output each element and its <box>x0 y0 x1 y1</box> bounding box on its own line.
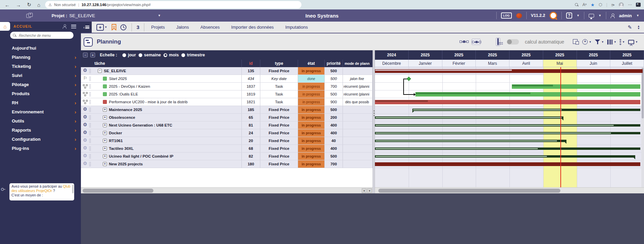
table-row[interactable]: 2025 - DevOps / Kaizen1837Taskin progres… <box>81 83 373 90</box>
table-row[interactable]: ⚙+RT106120Fixed Pricein progress40 <box>81 137 373 145</box>
sidebar-item-suivi[interactable]: Suivi› <box>0 71 81 80</box>
auto-calc-toggle[interactable] <box>507 39 519 45</box>
scale-option-semaine[interactable]: semaine <box>139 53 161 57</box>
gantt-links-view-icon[interactable] <box>460 39 468 45</box>
row-grip-icon[interactable] <box>89 76 91 81</box>
chat-scrollbar[interactable] <box>72 185 74 193</box>
sidebar-item-rapports[interactable]: Rapports› <box>0 126 81 135</box>
options-caret-icon[interactable]: ▼ <box>622 40 625 44</box>
task-name-cell[interactable]: ⚙+RT1061 <box>81 137 242 144</box>
task-name-cell[interactable]: ⚙+Ucineo Rail light / POC Combiné IP <box>81 153 242 160</box>
tab-imputations[interactable]: Imputations <box>285 25 308 30</box>
row-expander-button[interactable]: − <box>98 69 102 73</box>
row-grip-icon[interactable] <box>89 100 91 105</box>
task-name-cell[interactable]: ⚙+New 2025 projects <box>81 160 242 168</box>
row-grip-icon[interactable] <box>89 146 91 151</box>
sidebar-item-outils[interactable]: Outils› <box>0 116 81 126</box>
table-row[interactable]: ⚙+New 2025 projects180Fixed Pricein prog… <box>81 160 373 168</box>
row-expander-button[interactable]: + <box>103 123 107 127</box>
table-row[interactable]: ⚙+Ucineo Rail light / POC Combiné IP82Fi… <box>81 153 373 160</box>
community-message-bubble[interactable]: Avez-vous pensé à participer au Qlub des… <box>9 183 74 200</box>
task-name-cell[interactable]: ⚐Start 2025 <box>81 75 242 82</box>
row-grip-icon[interactable] <box>89 107 91 112</box>
gantt-hscrollbar[interactable] <box>375 187 644 193</box>
gantt-bar-summary[interactable] <box>375 124 640 127</box>
gantt-links-view-active-icon[interactable] <box>472 39 480 45</box>
gantt-bar-project[interactable] <box>375 69 643 73</box>
gantt-bar-task[interactable] <box>415 92 640 97</box>
sidebar-item-rh[interactable]: RH› <box>0 98 81 107</box>
task-list-hscroll-thumb[interactable] <box>83 189 153 193</box>
table-row[interactable]: Performance UC200 - mise à jour de la di… <box>81 98 373 106</box>
row-grip-icon[interactable] <box>89 154 91 159</box>
edit-pencil-icon[interactable]: ✎ <box>628 24 632 30</box>
row-expander-button[interactable]: + <box>103 162 107 166</box>
sidebar-user-icon[interactable] <box>63 24 66 28</box>
menu-search-box[interactable] <box>10 32 74 39</box>
project-caret-icon[interactable]: ▼ <box>158 14 161 17</box>
sidebar-item-ticketing[interactable]: Ticketing› <box>0 62 81 71</box>
filter-button[interactable]: ▼ <box>595 39 604 44</box>
tab-projets[interactable]: Projets <box>151 25 165 30</box>
help-caret-icon[interactable]: ▼ <box>577 14 580 17</box>
columns-caret-icon[interactable]: ▼ <box>614 40 616 44</box>
panel-expand-right-button[interactable]: ▾ <box>367 188 372 193</box>
task-name-cell[interactable]: ⚙+Next Ucineo Generation : U68 ETC <box>81 121 242 129</box>
browser-back-icon[interactable]: ← <box>5 2 10 8</box>
table-row[interactable]: ⚙+Next Ucineo Generation : U68 ETC81Fixe… <box>81 121 373 129</box>
table-row[interactable]: ⚙+Tactileo 30XL68Fixed Pricein progress4… <box>81 145 373 153</box>
table-row[interactable]: ⚐Start 2025434Key datedone500jalon fixe <box>81 75 373 83</box>
extensions-icon[interactable]: ⬡ <box>598 2 602 7</box>
gantt-chart-grid[interactable] <box>375 67 644 187</box>
browser-zoom-icon[interactable] <box>575 3 578 6</box>
browser-profile-avatar[interactable] <box>619 2 624 7</box>
task-name-cell[interactable]: ⚙−SE_ELE/IVE <box>81 67 242 75</box>
browser-more-icon[interactable]: ⋯ <box>628 2 632 7</box>
row-grip-icon[interactable] <box>89 69 91 74</box>
help-button[interactable]: ? <box>566 12 572 19</box>
table-row[interactable]: ⚙−SE_ELE/IVE135Fixed Pricein progress500 <box>81 67 373 75</box>
display-caret-icon[interactable]: ▼ <box>598 14 602 17</box>
row-grip-icon[interactable] <box>89 162 91 167</box>
columns-button[interactable]: ▼ <box>607 39 616 45</box>
gantt-bar-summary[interactable] <box>375 155 635 158</box>
home-button[interactable]: ⌂ <box>0 22 10 31</box>
tab-jalons[interactable]: Jalons <box>176 25 189 30</box>
history-icon[interactable] <box>120 24 127 31</box>
collapse-sidebar-button[interactable]: ‹ <box>81 22 92 33</box>
sidebar-item-configuration[interactable]: Configuration› <box>0 135 81 144</box>
support-wrench-icon[interactable]: ⚲ <box>0 188 6 191</box>
display-mode-caret-icon[interactable]: ▼ <box>635 40 638 44</box>
gantt-bar-taskred[interactable] <box>375 100 640 104</box>
row-grip-icon[interactable] <box>89 138 91 143</box>
column-header-mode[interactable]: mode de plann <box>343 60 373 67</box>
row-grip-icon[interactable] <box>89 115 91 120</box>
display-settings-icon[interactable] <box>589 14 594 18</box>
sort-arrows-icon[interactable]: ▲▼ <box>637 25 640 30</box>
user-icon[interactable] <box>611 13 615 18</box>
sidebar-item-aujourd-hui[interactable]: Aujourd'hui <box>0 44 81 53</box>
gantt-bar-summary[interactable] <box>412 109 640 111</box>
switch-project-icon[interactable] <box>26 13 33 18</box>
task-name-cell[interactable]: 2025 :Outils ELE <box>81 90 242 98</box>
gantt-bar-summary[interactable] <box>375 116 563 119</box>
scale-option-jour[interactable]: jour <box>122 53 136 57</box>
sidebar-menu-icon[interactable] <box>71 25 76 28</box>
sidebar-item-pilotage[interactable]: Pilotage› <box>0 80 81 89</box>
text-size-icon[interactable]: Aⁿ <box>582 2 586 7</box>
sidebar-item-planning[interactable]: Planning› <box>0 53 81 62</box>
project-selector[interactable]: Projet : SE_ELE/IVE ▼ <box>52 13 161 18</box>
not-secure-warning-icon[interactable]: ⚠ <box>49 3 52 7</box>
gantt-bar-summary[interactable] <box>375 132 640 134</box>
tab-absences[interactable]: Absences <box>200 25 219 30</box>
task-list-hscrollbar[interactable]: ▾ ▾ <box>81 187 373 193</box>
gantt-vscrollbar[interactable] <box>641 67 644 187</box>
column-header-prio[interactable]: priorité <box>325 60 343 67</box>
table-row[interactable]: ⚙+Maintenance 2025185Fixed Pricein progr… <box>81 106 373 114</box>
column-header-type[interactable]: type <box>260 60 298 67</box>
planning-tab-icon[interactable] <box>84 37 93 47</box>
row-grip-icon[interactable] <box>89 92 91 97</box>
address-bar[interactable]: ⚠ Non sécurisé | 10.27.128.146/projeqtor… <box>45 1 301 8</box>
export-report-button[interactable] <box>573 39 579 45</box>
browser-sidebar-panel-icon[interactable] <box>636 3 641 7</box>
